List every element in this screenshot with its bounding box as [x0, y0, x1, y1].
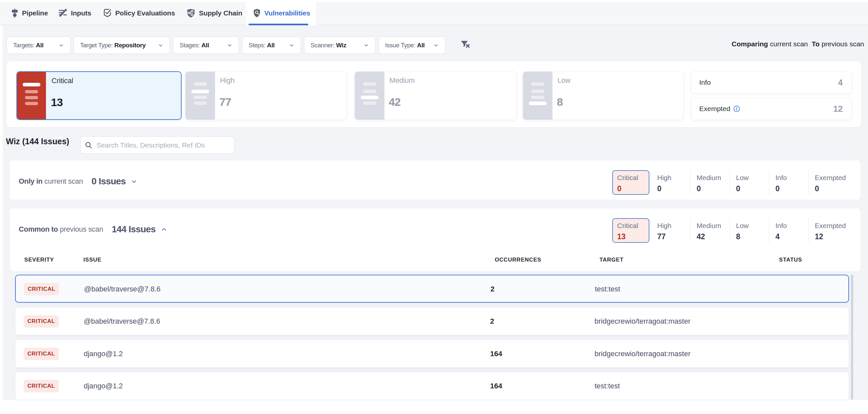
chip-value: 0 [657, 184, 696, 193]
severity-card-title: Critical [52, 77, 73, 85]
search-box[interactable] [80, 136, 235, 154]
chevron-down-icon [226, 42, 233, 48]
severity-bar [531, 83, 544, 86]
section-title-bold: Common to [19, 225, 58, 233]
filter-target-type[interactable]: Target Type: Repository [73, 36, 170, 54]
chip-value: 0 [815, 184, 854, 193]
severity-bar-active [529, 101, 547, 105]
severity-chip-low[interactable]: Low8 [736, 222, 775, 241]
filter-stages-label: Stages: All [180, 42, 209, 49]
scrollbar-thumb[interactable] [851, 275, 853, 400]
active-tab-underline [249, 24, 308, 25]
common-to-previous-scan-header[interactable]: Common to previous scan 144 Issues [19, 224, 167, 235]
info-card-count: 4 [838, 78, 843, 88]
chip-value: 42 [696, 232, 736, 241]
occurrences-value: 164 [490, 382, 502, 390]
severity-card-title: Medium [389, 76, 415, 85]
severity-chip-info[interactable]: Info0 [775, 174, 815, 193]
issue-name: django@1.2 [84, 350, 123, 358]
severity-card-title: Low [557, 76, 570, 85]
severity-bar [25, 96, 38, 99]
chip-label: Low [736, 174, 775, 182]
severity-chip-critical[interactable]: Critical0 [612, 170, 649, 195]
info-card[interactable]: Info 4 [691, 71, 851, 94]
column-header-issue: ISSUE [83, 257, 101, 263]
severity-card-critical[interactable]: Critical 13 [17, 71, 182, 120]
tab-supply-chain[interactable]: Supply Chain [187, 1, 242, 25]
severity-card-low[interactable]: Low 8 [523, 71, 683, 120]
severity-card-medium[interactable]: Medium 42 [354, 71, 517, 120]
chip-value: 0 [617, 184, 649, 193]
exempted-card-label: Exempted [699, 105, 731, 113]
filter-scanner-label: Scanner: Wiz [311, 42, 346, 49]
clear-filters-icon[interactable] [461, 40, 470, 49]
search-input[interactable] [96, 141, 229, 149]
chip-separator [730, 170, 730, 195]
chip-label: Exempted [815, 222, 854, 230]
severity-chip-low[interactable]: Low0 [736, 174, 775, 193]
issue-row[interactable]: CRITICAL @babel/traverse@7.8.6 2 bridgec… [15, 307, 849, 335]
chevron-up-icon[interactable] [161, 227, 167, 233]
column-header-severity: SEVERITY [24, 257, 54, 263]
chip-label: High [657, 174, 696, 182]
target-value: bridgecrewio/terragoat:master [594, 317, 690, 326]
severity-chip-info[interactable]: Info4 [775, 222, 815, 241]
severity-chip-medium[interactable]: Medium42 [696, 222, 736, 241]
issue-row[interactable]: CRITICAL @babel/traverse@7.8.6 2 test:te… [15, 275, 849, 303]
tab-supply-chain-label: Supply Chain [199, 9, 242, 17]
chip-label: Medium [696, 174, 736, 182]
filter-scanner[interactable]: Scanner: Wiz [304, 36, 376, 54]
chevron-down-icon [363, 42, 369, 48]
chip-separator [730, 218, 730, 243]
chip-value: 77 [657, 232, 696, 241]
severity-bar [363, 90, 376, 93]
filter-issue-type[interactable]: Issue Type: All [378, 36, 445, 54]
filter-steps[interactable]: Steps: All [242, 36, 301, 54]
chevron-down-icon [433, 42, 439, 48]
exempted-card[interactable]: Exempted 12 [691, 97, 851, 120]
severity-card-count: 13 [51, 96, 63, 109]
severity-badge: CRITICAL [24, 315, 59, 328]
severity-bar [363, 83, 376, 86]
tab-vulnerabilities[interactable]: Vulnerabilities [253, 1, 310, 25]
chip-value: 8 [736, 232, 775, 241]
severity-chip-high[interactable]: High0 [657, 174, 696, 193]
comparing-to-text: To [811, 40, 819, 48]
severity-chip-high[interactable]: High77 [657, 222, 696, 241]
issue-row[interactable]: CRITICAL django@1.2 164 bridgecrewio/ter… [15, 340, 849, 368]
tab-policy-evaluations[interactable]: Policy Evaluations [103, 1, 175, 25]
severity-chip-medium[interactable]: Medium0 [696, 174, 736, 193]
chip-label: Critical [617, 222, 649, 230]
tab-pipeline-label: Pipeline [22, 9, 48, 17]
tab-pipeline[interactable]: Pipeline [11, 1, 48, 25]
filter-stages[interactable]: Stages: All [173, 36, 239, 54]
severity-badge: CRITICAL [24, 380, 59, 392]
severity-bar [531, 96, 544, 99]
chip-separator [808, 218, 809, 243]
column-header-occurrences: OCCURRENCES [495, 257, 541, 263]
filter-value-text: All [36, 42, 43, 49]
severity-chip-exempted[interactable]: Exempted0 [815, 174, 854, 193]
chip-value: 4 [775, 232, 815, 241]
severity-chip-critical[interactable]: Critical13 [612, 218, 649, 243]
filter-targets[interactable]: Targets: All [6, 36, 70, 54]
policy-evaluations-icon [103, 8, 111, 18]
chip-label: Info [775, 174, 815, 182]
severity-chip-exempted[interactable]: Exempted12 [815, 222, 854, 241]
issue-row[interactable]: CRITICAL django@1.2 164 test:test [15, 372, 849, 400]
tab-vulnerabilities-label: Vulnerabilities [264, 9, 310, 17]
column-header-target: TARGET [599, 257, 623, 263]
section-issue-count: 0 Issues [92, 176, 126, 187]
severity-card-high[interactable]: High 77 [185, 71, 347, 120]
tab-inputs[interactable]: Inputs [58, 1, 91, 25]
only-in-current-scan-header[interactable]: Only in current scan 0 Issues [19, 176, 137, 187]
chip-separator [808, 170, 809, 195]
chevron-down-icon[interactable] [131, 178, 137, 185]
filter-targets-label: Targets: All [13, 42, 43, 49]
occurrences-value: 2 [491, 285, 494, 293]
severity-card-title: High [220, 76, 235, 85]
bottom-area [0, 400, 868, 414]
issue-name: django@1.2 [84, 382, 123, 390]
severity-level-icon [17, 72, 46, 119]
chip-label: High [657, 222, 696, 230]
